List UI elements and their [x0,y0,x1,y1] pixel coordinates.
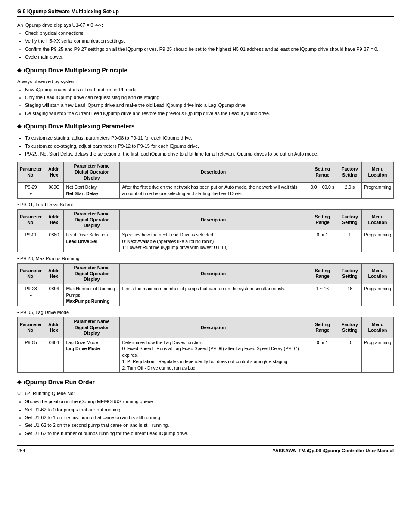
th-menu-4: MenuLocation [361,317,393,338]
th-menu-3: MenuLocation [361,263,393,284]
range-cell: 0.0 ~ 60.0 s [307,183,338,199]
section3-intro: U1-62, Running Queue No: [17,391,394,396]
list-item: Verify the H5-XX serial communication se… [25,38,394,44]
list-item: P9-29, Net Start Delay, delays the selec… [25,151,394,157]
range-cell: 0 or 1 [307,230,338,252]
addr-cell: 0896 [44,284,64,306]
description-cell: After the first drive on the network has… [120,183,307,199]
section1-heading: iQpump Drive Multiplexing Principle [17,67,394,75]
list-item: Staging will start a new Lead iQpump dri… [25,102,394,109]
th-name-4: Parameter NameDigital OperatorDisplay [64,317,120,338]
th-range-2: SettingRange [307,209,338,230]
factory-setting-cell: 2.0 s [338,183,361,199]
th-desc-4: Description [120,317,307,338]
th-param-no-3: ParameterNo. [18,263,44,284]
section1-bullets: New iQpump drives start as Lead and run … [25,87,394,117]
list-item: De-staging will stop the current Lead iQ… [25,110,394,117]
param-name-cell: Max Number of Running PumpsMaxPumps Runn… [64,284,120,306]
section2-heading: iQpump Drive Multiplexing Parameters [17,123,394,131]
list-item: Set U1-62 to 0 for pumps that are not ru… [25,407,394,413]
th-factory-3: FactorySetting [338,263,361,284]
addr-cell: 0880 [44,230,64,252]
table-p9-05: ParameterNo. Addr.Hex Parameter NameDigi… [17,317,394,373]
section2-title: iQpump Drive Multiplexing Parameters [24,123,135,130]
th-range-3: SettingRange [307,263,338,284]
table-row: P9-23♦0896Max Number of Running PumpsMax… [18,284,394,306]
footer-brand: YASKAWA [272,448,296,453]
param-name-cell: Lead Drive SelectionLead Drive Sel [64,230,120,252]
menu-location-cell: Programming [361,284,393,306]
list-item: Only the Lead iQpump drive can request s… [25,94,394,101]
th-addr-4: Addr.Hex [44,317,64,338]
addr-cell: 089C [44,183,64,199]
th-name-1: Parameter NameDigital OperatorDisplay [64,162,120,183]
menu-location-cell: Programming [361,338,393,372]
th-factory-1: FactorySetting [338,162,361,183]
range-cell: 1 ~ 16 [307,284,338,306]
footer-manual: TM.iQp.06 iQpump Controller User Manual [299,448,394,453]
footer-brand-manual: YASKAWA TM.iQp.06 iQpump Controller User… [272,448,394,453]
section1-title: iQpump Drive Multiplexing Principle [24,67,127,74]
th-addr-1: Addr.Hex [44,162,64,183]
th-range-4: SettingRange [307,317,338,338]
th-menu-1: MenuLocation [361,162,393,183]
note-p9-23: P9-23, Max Pumps Running [17,256,394,261]
factory-setting-cell: 1 [338,230,361,252]
page-header: G.9 iQpump Software Multiplexing Set-up [17,9,394,17]
list-item: To customize staging, adjust parameters … [25,135,394,141]
list-item: New iQpump drives start as Lead and run … [25,87,394,93]
section3-bullets: Shows the position in the iQpump MEMOBUS… [25,398,394,437]
param-no-cell: P9-05 [18,338,44,372]
param-no-cell: P9-23♦ [18,284,44,306]
table-p9-29: ParameterNo. Addr.Hex Parameter NameDigi… [17,162,394,199]
section2-bullets: To customize staging, adjust parameters … [25,135,394,157]
param-name-cell: Lag Drive ModeLag Drive Mode [64,338,120,372]
note-p9-01: P9-01, Lead Drive Select [17,202,394,207]
th-desc-1: Description [120,162,307,183]
th-addr-3: Addr.Hex [44,263,64,284]
list-item: Set U1-62 to 2 on the second pump that c… [25,422,394,429]
list-item: Shows the position in the iQpump MEMOBUS… [25,398,394,405]
header-title: G.9 iQpump Software Multiplexing Set-up [17,9,119,15]
factory-setting-cell: 0 [338,338,361,372]
th-desc-3: Description [120,263,307,284]
list-item: Cycle main power. [25,54,394,60]
description-cell: Limits the maximum number of pumps that … [120,284,307,306]
th-param-no-1: ParameterNo. [18,162,44,183]
section3-heading: iQpump Drive Run Order [17,379,394,387]
section3-title: iQpump Drive Run Order [24,379,95,386]
th-param-no-2: ParameterNo. [18,209,44,230]
list-item: To customize de-staging, adjust paramete… [25,143,394,149]
menu-location-cell: Programming [361,230,393,252]
list-item: Check physical connections. [25,30,394,37]
description-cell: Specifies how the next Lead Drive is sel… [120,230,307,252]
param-no-cell: P9-01 [18,230,44,252]
th-desc-2: Description [120,209,307,230]
table-row: P9-050884Lag Drive ModeLag Drive ModeDet… [18,338,394,372]
th-name-3: Parameter NameDigital OperatorDisplay [64,263,120,284]
th-factory-2: FactorySetting [338,209,361,230]
note-p9-05: P9-05, Lag Drive Mode [17,310,394,315]
section1-intro: Always observed by system: [17,79,394,84]
th-factory-4: FactorySetting [338,317,361,338]
menu-location-cell: Programming [361,183,393,199]
table-p9-23: ParameterNo. Addr.Hex Parameter NameDigi… [17,263,394,306]
param-name-cell: Net Start DelayNet Start Delay [64,183,120,199]
intro-line1: An iQpump drive displays U1-67 = 0 <->: [17,22,394,28]
table-row: P9-29♦089CNet Start DelayNet Start Delay… [18,183,394,199]
list-item: Set U1-62 to 1 on the first pump that ca… [25,414,394,421]
list-item: Confirm the P9-25 and P9-27 settings on … [25,46,394,53]
addr-cell: 0884 [44,338,64,372]
th-menu-2: MenuLocation [361,209,393,230]
th-addr-2: Addr.Hex [44,209,64,230]
list-item: Set U1-62 to the number of pumps running… [25,430,394,437]
th-name-2: Parameter NameDigital OperatorDisplay [64,209,120,230]
param-no-cell: P9-29♦ [18,183,44,199]
th-param-no-4: ParameterNo. [18,317,44,338]
range-cell: 0 or 1 [307,338,338,372]
page-footer: 254 YASKAWA TM.iQp.06 iQpump Controller … [17,445,394,453]
intro-bullets: Check physical connections.Verify the H5… [25,30,394,61]
table-row: P9-010880Lead Drive SelectionLead Drive … [18,230,394,252]
factory-setting-cell: 16 [338,284,361,306]
description-cell: Determines how the Lag Drives function. … [120,338,307,372]
